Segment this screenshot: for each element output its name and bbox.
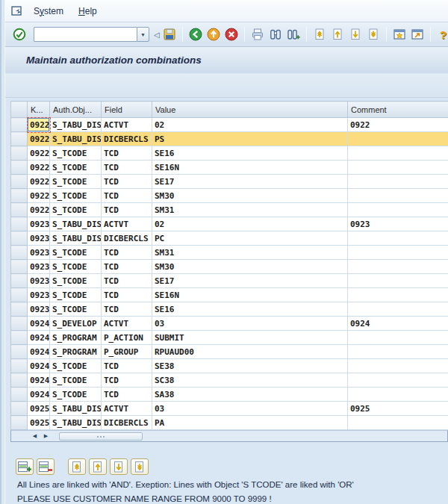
row-selector-button[interactable] — [11, 161, 28, 175]
enter-icon[interactable] — [11, 26, 28, 43]
scroll-next-page-button[interactable] — [110, 458, 128, 475]
help-icon[interactable]: ? — [435, 26, 448, 43]
scrollbar-thumb[interactable] — [59, 432, 143, 441]
cell-value[interactable]: 02 — [152, 118, 348, 132]
cell-comment[interactable]: 0925 — [348, 402, 448, 416]
cell-comment[interactable] — [348, 359, 448, 373]
save-icon[interactable] — [161, 26, 178, 43]
cell-value[interactable]: SE17 — [152, 175, 348, 189]
cell-key[interactable]: 0923 — [28, 246, 50, 260]
cell-comment[interactable] — [348, 175, 448, 189]
exit-icon[interactable] — [205, 26, 222, 43]
cell-field[interactable]: TCD — [102, 203, 152, 217]
cell-auth-object[interactable]: S_TCODE — [50, 161, 102, 175]
command-field-input[interactable] — [34, 27, 137, 42]
scroll-to-last-button[interactable] — [131, 458, 149, 475]
row-selector-button[interactable] — [11, 416, 28, 430]
cell-comment[interactable] — [348, 260, 448, 274]
row-selector-button[interactable] — [11, 260, 28, 274]
row-selector-button[interactable] — [11, 331, 28, 345]
col-header-comment[interactable]: Comment — [348, 102, 448, 118]
delete-line-button[interactable] — [37, 458, 55, 475]
cell-value[interactable]: PS — [152, 132, 348, 146]
cell-comment[interactable] — [348, 416, 448, 430]
cell-comment[interactable]: 0923 — [348, 217, 448, 231]
cell-auth-object[interactable]: S_TABU_DIS — [50, 416, 102, 430]
cell-key[interactable]: 0922 — [28, 189, 50, 203]
cell-value[interactable]: SE16 — [152, 146, 348, 161]
command-field-dropdown-icon[interactable]: ▼ — [137, 27, 149, 42]
row-selector-button[interactable] — [11, 288, 28, 302]
last-page-icon[interactable] — [365, 26, 382, 43]
cell-comment[interactable] — [348, 388, 448, 402]
first-page-icon[interactable] — [311, 26, 328, 43]
cell-comment[interactable] — [348, 161, 448, 175]
cell-value[interactable]: SM30 — [152, 260, 348, 274]
row-selector-button[interactable] — [11, 274, 28, 288]
cell-key[interactable]: 0924 — [28, 331, 50, 345]
row-selector-button[interactable] — [11, 317, 28, 331]
cell-value[interactable]: 02 — [152, 217, 348, 231]
cell-field[interactable]: TCD — [102, 388, 152, 402]
cell-value[interactable]: SUBMIT — [152, 331, 348, 345]
row-selector-button[interactable] — [11, 359, 28, 373]
cell-value[interactable]: SC38 — [152, 373, 348, 388]
cell-key[interactable]: 0922 — [28, 203, 50, 217]
cell-auth-object[interactable]: S_TCODE — [50, 288, 102, 302]
cell-value[interactable]: SM31 — [152, 246, 348, 260]
insert-line-button[interactable] — [16, 458, 34, 475]
cell-key[interactable]: 0922 — [28, 132, 50, 146]
cell-field[interactable]: TCD — [102, 189, 152, 203]
col-header-selector[interactable] — [11, 102, 28, 118]
scroll-previous-page-button[interactable] — [89, 458, 107, 475]
cell-key[interactable]: 0922 — [28, 161, 50, 175]
cell-key[interactable]: 0923 — [28, 302, 50, 317]
cell-field[interactable]: TCD — [102, 175, 152, 189]
cell-key[interactable]: 0925 — [28, 416, 50, 430]
scrollbar-right-icon[interactable]: ▶ — [40, 432, 52, 441]
find-next-icon[interactable] — [285, 26, 302, 43]
cell-comment[interactable] — [348, 203, 448, 217]
cell-auth-object[interactable]: S_TCODE — [50, 388, 102, 402]
cell-key[interactable]: 0924 — [28, 359, 50, 373]
cell-comment[interactable] — [348, 331, 448, 345]
page-down-icon[interactable] — [347, 26, 364, 43]
cell-auth-object[interactable]: S_TCODE — [50, 274, 102, 288]
scrollbar-left-icon[interactable]: ◀ — [29, 432, 40, 441]
cell-value[interactable]: SE17 — [152, 274, 348, 288]
cell-field[interactable]: TCD — [102, 161, 152, 175]
cell-comment[interactable] — [348, 189, 448, 203]
cell-key[interactable]: 0924 — [28, 345, 50, 359]
collapse-command-field-icon[interactable]: ◁ — [154, 27, 160, 42]
cell-comment[interactable]: 0922 — [348, 118, 448, 132]
cell-auth-object[interactable]: S_PROGRAM — [50, 331, 102, 345]
cell-auth-object[interactable]: S_TCODE — [50, 246, 102, 260]
row-selector-button[interactable] — [11, 118, 28, 132]
cell-auth-object[interactable]: S_TABU_DIS — [50, 231, 102, 246]
cell-field[interactable]: P_GROUP — [102, 345, 152, 359]
cell-comment[interactable] — [348, 373, 448, 388]
cell-value[interactable]: SM31 — [152, 203, 348, 217]
create-shortcut-icon[interactable] — [409, 26, 426, 43]
cell-key[interactable]: 0924 — [28, 373, 50, 388]
cell-auth-object[interactable]: S_TABU_DIS — [50, 118, 102, 132]
cell-auth-object[interactable]: S_TCODE — [50, 189, 102, 203]
cell-auth-object[interactable]: S_DEVELOP — [50, 317, 102, 331]
row-selector-button[interactable] — [11, 146, 28, 161]
cell-comment[interactable] — [348, 302, 448, 317]
cell-field[interactable]: ACTVT — [102, 317, 152, 331]
cell-key[interactable]: 0924 — [28, 388, 50, 402]
cell-comment[interactable] — [348, 146, 448, 161]
cell-comment[interactable] — [348, 345, 448, 359]
cell-field[interactable]: TCD — [102, 146, 152, 161]
cell-auth-object[interactable]: S_TCODE — [50, 203, 102, 217]
menu-help[interactable]: Help — [71, 4, 105, 19]
cell-field[interactable]: TCD — [102, 288, 152, 302]
cell-value[interactable]: SE16N — [152, 288, 348, 302]
cell-auth-object[interactable]: S_TABU_DIS — [50, 402, 102, 416]
cell-value[interactable]: PA — [152, 416, 348, 430]
row-selector-button[interactable] — [11, 373, 28, 388]
cancel-icon[interactable] — [223, 26, 240, 43]
cell-auth-object[interactable]: S_TCODE — [50, 359, 102, 373]
cell-field[interactable]: ACTVT — [102, 402, 152, 416]
